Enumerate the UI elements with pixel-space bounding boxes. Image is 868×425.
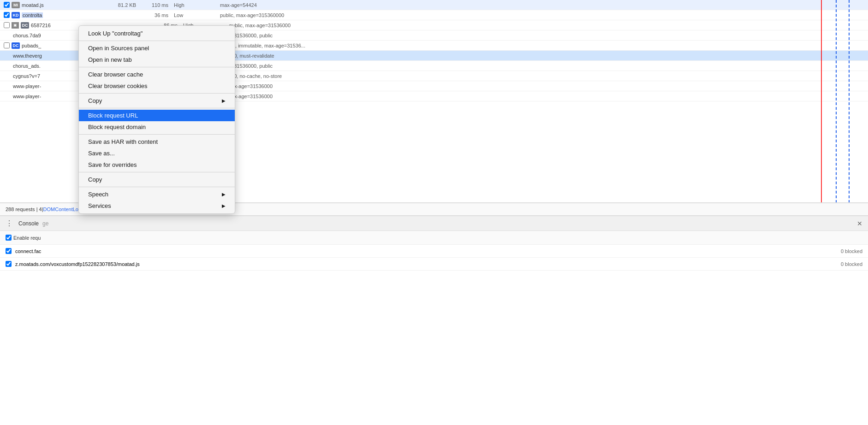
block-item-count: 0 blocked xyxy=(841,248,862,254)
row-cache: max-age=31536000, public xyxy=(211,33,868,38)
menu-item-label: Save as HAR with content xyxy=(88,138,226,145)
row-cache: private, immutable, max-age=31536... xyxy=(220,43,868,48)
menu-item-open-sources[interactable]: Open in Sources panel xyxy=(79,42,235,54)
menu-item-save-as[interactable]: Save as... xyxy=(79,148,235,159)
block-list-row[interactable]: connect.fac 0 blocked xyxy=(0,245,868,258)
menu-item-label: Block request domain xyxy=(88,124,226,130)
row-checkbox[interactable] xyxy=(4,42,10,48)
row-checkbox[interactable] xyxy=(4,12,10,18)
menu-item-services[interactable]: Services ▶ xyxy=(79,200,235,212)
menu-item-label: Speech xyxy=(88,191,222,198)
menu-separator xyxy=(79,67,235,67)
menu-item-clear-cookies[interactable]: Clear browser cookies xyxy=(79,80,235,92)
block-item-count: 0 blocked xyxy=(841,261,862,267)
row-size: 81.2 KB xyxy=(105,2,142,8)
block-list-row[interactable]: z.moatads.com/voxcustomdfp152282307853/m… xyxy=(0,258,868,271)
menu-item-label: Copy xyxy=(88,176,226,183)
block-item-checkbox[interactable] xyxy=(6,261,12,267)
menu-item-copy-2[interactable]: Copy xyxy=(79,174,235,185)
menu-item-label: Save for overrides xyxy=(88,161,226,168)
panel-dots[interactable]: ⋮ xyxy=(6,219,13,228)
menu-item-save-overrides[interactable]: Save for overrides xyxy=(79,159,235,171)
block-item-label: connect.fac xyxy=(15,248,41,254)
panel-tab-label: Console xyxy=(18,220,39,227)
row-time: 36 ms xyxy=(142,12,174,18)
menu-item-label: Clear browser cache xyxy=(88,71,226,78)
menu-item-label: Block request URL xyxy=(88,112,226,119)
menu-item-block-domain[interactable]: Block request domain xyxy=(79,121,235,133)
highlighted-name: controlta xyxy=(22,12,43,18)
menu-separator xyxy=(79,41,235,41)
submenu-arrow-icon: ▶ xyxy=(222,192,226,197)
menu-item-label: Clear browser cookies xyxy=(88,83,226,89)
row-cache: public, max-age=31536000 xyxy=(229,23,868,28)
menu-separator xyxy=(79,187,235,187)
menu-item-speech[interactable]: Speech ▶ xyxy=(79,189,235,200)
request-count: 288 requests | 4 xyxy=(6,207,42,212)
panel-subtitle: ge xyxy=(42,220,48,227)
table-row[interactable]: MI moatad.js 81.2 KB 110 ms High max-age… xyxy=(0,0,868,10)
row-cache: public, max-age=315360000 xyxy=(220,12,868,18)
enable-request-blocking[interactable]: Enable requ xyxy=(6,235,41,241)
menu-item-save-har[interactable]: Save as HAR with content xyxy=(79,136,235,148)
row-priority: High xyxy=(174,2,220,8)
timeline-red-line xyxy=(821,0,822,203)
timeline-blue-dashed-2 xyxy=(849,0,850,203)
menu-separator xyxy=(79,134,235,135)
menu-separator xyxy=(79,93,235,94)
row-thumbnail: ▣ xyxy=(12,22,19,29)
badge-dc: DC xyxy=(21,22,29,29)
badge-kd: KD xyxy=(12,12,20,18)
context-menu: Look Up "controltag" Open in Sources pan… xyxy=(78,25,235,214)
menu-item-copy-1[interactable]: Copy ▶ xyxy=(79,95,235,106)
row-cache: public, max-age=31536000 xyxy=(211,83,868,89)
row-name: controlta xyxy=(22,12,105,18)
enable-label: Enable requ xyxy=(13,235,41,241)
close-button[interactable]: ✕ xyxy=(857,220,862,227)
block-item-checkbox[interactable] xyxy=(6,248,12,254)
filter-row: Enable requ xyxy=(0,231,868,245)
submenu-arrow-icon: ▶ xyxy=(222,98,226,103)
submenu-arrow-icon: ▶ xyxy=(222,203,226,208)
row-time: 110 ms xyxy=(142,2,174,8)
row-cache: max-age=54424 xyxy=(220,2,868,8)
row-name: moatad.js xyxy=(22,2,105,8)
menu-item-block-url[interactable]: Block request URL xyxy=(79,110,235,121)
menu-item-label: Copy xyxy=(88,97,222,104)
badge-mi: MI xyxy=(12,2,20,8)
menu-separator xyxy=(79,172,235,172)
badge-dc2: DC xyxy=(12,42,20,49)
row-cache: max-age=0, no-cache, no-store xyxy=(211,73,868,79)
menu-item-label: Save as... xyxy=(88,150,226,157)
row-checkbox[interactable] xyxy=(4,22,10,28)
panel-header: ⋮ Console ge ✕ xyxy=(0,216,868,231)
menu-item-label: Open in Sources panel xyxy=(88,45,226,52)
menu-item-open-new-tab[interactable]: Open in new tab xyxy=(79,54,235,65)
row-priority: Low xyxy=(174,12,220,18)
menu-item-label: Look Up "controltag" xyxy=(88,30,226,37)
timeline-blue-dashed-1 xyxy=(836,0,837,203)
menu-item-lookup[interactable]: Look Up "controltag" xyxy=(79,28,235,39)
bottom-panel: ⋮ Console ge ✕ Enable requ connect.fac 0… xyxy=(0,216,868,425)
enable-checkbox[interactable] xyxy=(6,235,12,241)
menu-item-label: Services xyxy=(88,202,222,209)
table-row[interactable]: KD controlta 36 ms Low public, max-age=3… xyxy=(0,10,868,20)
menu-item-label: Open in new tab xyxy=(88,56,226,63)
row-cache: public, max-age=31536000 xyxy=(211,94,868,99)
menu-separator xyxy=(79,108,235,108)
row-cache: max-age=31536000, public xyxy=(211,63,868,69)
menu-item-clear-cache[interactable]: Clear browser cache xyxy=(79,69,235,80)
row-checkbox[interactable] xyxy=(4,2,10,8)
row-cache: max-age=0, must-revalidate xyxy=(211,53,868,59)
block-item-label: z.moatads.com/voxcustomdfp152282307853/m… xyxy=(15,261,140,267)
